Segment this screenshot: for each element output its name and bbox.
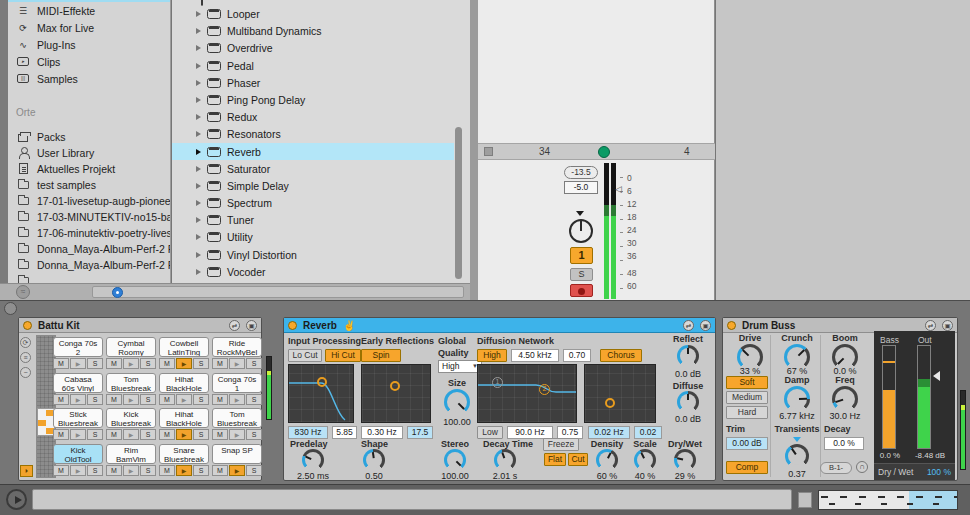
shelf-handle-2-icon[interactable]: 2	[539, 384, 550, 395]
pad-name[interactable]: KickBluesbreak	[106, 408, 156, 428]
reverb-header[interactable]: Reverb ✌ ⇄ ▣	[284, 318, 715, 333]
expand-triangle-icon[interactable]	[196, 114, 201, 120]
shape-value[interactable]: 0.50	[354, 471, 394, 481]
browser-item-simple-delay[interactable]: Simple Delay	[172, 177, 454, 194]
expand-triangle-icon[interactable]	[196, 63, 201, 69]
pad-name[interactable]: Snap SP	[212, 444, 262, 464]
dry-wet-value[interactable]: 29 %	[665, 471, 705, 481]
pad-name[interactable]: SnareBluesbreak	[159, 444, 209, 464]
pad-play-button[interactable]	[123, 394, 139, 405]
expand-triangle-icon[interactable]	[196, 97, 201, 103]
pad-play-button[interactable]	[176, 358, 192, 369]
sidebar-place-folder[interactable]: Donna_Maya-Album-Perf-2 Project	[8, 240, 170, 257]
spin-handle-icon[interactable]	[390, 381, 400, 391]
reflect-value[interactable]: 0.0 dB	[668, 369, 708, 379]
play-toggle-icon[interactable]	[6, 489, 27, 510]
pad-name[interactable]: Cabasa60s Vinyl	[53, 373, 103, 393]
sidebar-place-folder[interactable]: 17-01-livesetup-augb-pioneers-2-j	[8, 192, 170, 209]
drum-pad[interactable]: TomBluesbreakMS	[212, 408, 262, 440]
pad-solo-button[interactable]: S	[140, 358, 156, 369]
pad-play-button[interactable]	[176, 394, 192, 405]
spin-button[interactable]: Spin	[361, 349, 401, 362]
expand-triangle-icon[interactable]	[196, 217, 201, 223]
expand-triangle-icon[interactable]	[196, 200, 201, 206]
save-preset-icon[interactable]: ▣	[942, 320, 953, 331]
predelay-value[interactable]: 2.50 ms	[293, 471, 333, 481]
drum-pad[interactable]: StickBluesbreakMS	[53, 408, 103, 440]
auto-select-button[interactable]: ⏵	[20, 465, 33, 477]
size-value[interactable]: 100.00	[437, 417, 477, 427]
diffusion-display[interactable]	[477, 364, 577, 423]
flat-button[interactable]: Flat	[544, 453, 566, 466]
damp-value[interactable]: 6.77 kHz	[777, 411, 817, 421]
dry-wet-value[interactable]: 100 %	[927, 467, 951, 477]
drum-pad[interactable]: Snap SPMS	[212, 444, 262, 476]
drum-buss-dry-wet[interactable]: Dry / Wet100 %	[874, 463, 955, 480]
fader-position-icon[interactable]: ◁	[615, 184, 622, 194]
predelay-knob[interactable]	[302, 449, 324, 471]
browser-item-resonators[interactable]: Resonators	[172, 125, 454, 142]
spin-display[interactable]	[361, 364, 431, 423]
pad-solo-button[interactable]: S	[246, 465, 262, 476]
browser-item-vocoder[interactable]: Vocoder	[172, 263, 454, 280]
pad-name[interactable]: TomBluesbreak	[212, 408, 262, 428]
transients-value[interactable]: 0.37	[777, 469, 817, 479]
pad-mute-button[interactable]: M	[159, 465, 175, 476]
comp-button[interactable]: Comp	[726, 461, 768, 474]
damp-knob[interactable]	[784, 386, 810, 412]
pad-solo-button[interactable]: S	[140, 429, 156, 440]
pad-mute-button[interactable]: M	[212, 429, 228, 440]
trim-value[interactable]: 0.00 dB	[726, 437, 768, 450]
panel-divider[interactable]	[470, 0, 478, 300]
sidebar-place-packs[interactable]: Packs	[8, 128, 170, 145]
drum-pad[interactable]: SnareBluesbreakMS	[159, 444, 209, 476]
pad-mute-button[interactable]: M	[53, 394, 69, 405]
save-preset-icon[interactable]: ▣	[700, 320, 711, 331]
stereo-knob[interactable]	[444, 449, 466, 471]
filter-handle-icon[interactable]	[317, 377, 327, 387]
arm-record-button[interactable]	[570, 284, 593, 297]
pad-name[interactable]: TomBluesbreak	[106, 373, 156, 393]
drive-value[interactable]: 33 %	[730, 366, 770, 376]
browser-item-phaser[interactable]: Phaser	[172, 74, 454, 91]
lo-cut-button[interactable]: Lo Cut	[288, 349, 322, 362]
expand-triangle-icon[interactable]	[196, 252, 201, 258]
expand-triangle-icon[interactable]	[196, 183, 201, 189]
soft-button[interactable]: Soft	[726, 376, 768, 389]
out-gain-handle-icon[interactable]	[933, 371, 940, 381]
pad-solo-button[interactable]: S	[140, 465, 156, 476]
hi-cut-button[interactable]: Hi Cut	[325, 349, 361, 362]
transients-knob[interactable]	[785, 444, 809, 468]
pad-play-button[interactable]	[176, 429, 192, 440]
device-area-toggle-icon[interactable]	[4, 302, 17, 315]
hot-swap-icon[interactable]: ⇄	[229, 320, 240, 331]
expand-triangle-icon[interactable]	[196, 131, 201, 137]
quality-dropdown[interactable]: High▼	[438, 360, 482, 373]
volume-value-box[interactable]: -5.0	[564, 181, 598, 194]
pad-solo-button[interactable]: S	[87, 429, 103, 440]
battu-kit-header[interactable]: Battu Kit ⇄ ▣	[19, 318, 261, 333]
scale-knob[interactable]	[634, 449, 656, 471]
midi-note-button[interactable]: B-1-	[820, 462, 852, 474]
chorus-display[interactable]	[584, 364, 656, 423]
shape-knob[interactable]	[363, 449, 385, 471]
hard-button[interactable]: Hard	[726, 406, 768, 419]
spin-rate-value[interactable]: 0.30 Hz	[361, 426, 403, 439]
pad-play-button[interactable]	[123, 358, 139, 369]
clip-stop-button[interactable]	[484, 147, 493, 156]
drum-rack-collapse-button[interactable]: −	[20, 367, 31, 378]
drum-pad-selected[interactable]: KickOldToolMS	[53, 444, 103, 476]
pad-mute-button[interactable]: M	[159, 429, 175, 440]
pad-name[interactable]: Conga 70s1	[212, 373, 262, 393]
pad-mute-button[interactable]: M	[212, 465, 228, 476]
pad-mute-button[interactable]: M	[212, 358, 228, 369]
browser-scrollbar[interactable]	[455, 127, 462, 279]
pad-name[interactable]: Conga 70s2	[53, 337, 103, 357]
drum-pad[interactable]: KickBluesbreakMS	[106, 408, 156, 440]
drum-pad[interactable]: CowbellLatinTingMS	[159, 337, 209, 369]
pad-name[interactable]: CymbalRoomy	[106, 337, 156, 357]
browser-toggle-icon[interactable]: ≈	[16, 285, 30, 299]
chorus-handle-icon[interactable]	[605, 398, 615, 408]
sidebar-item-midi-effects[interactable]: ☰MIDI-Effekte	[8, 2, 170, 19]
pan-indicator-dot[interactable]	[598, 146, 610, 158]
